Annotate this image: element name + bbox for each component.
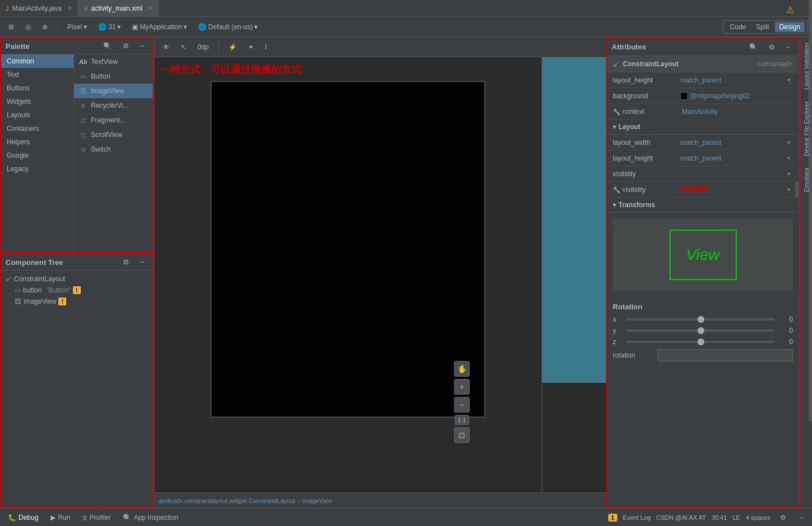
attr-row-layout-height[interactable]: layout_height match_parent ▾	[607, 72, 799, 88]
breadcrumb-path[interactable]: androidx.constraintlayout.widget.Constra…	[159, 497, 295, 504]
canvas-side-preview	[542, 57, 606, 383]
sidebar-layout-validation[interactable]: Layout Validation	[801, 37, 812, 95]
tab-mainactivity-label: MainActivity.java	[12, 4, 62, 12]
palette-item-fragment[interactable]: ◻ Fragment...	[74, 113, 153, 127]
constraintlayout-icon: ↙	[6, 275, 12, 283]
canvas-eye-btn[interactable]: 👁	[159, 42, 173, 53]
palette-item-imageview[interactable]: 🖼 ImageView	[74, 84, 153, 98]
rotation-slider-y[interactable]	[626, 330, 775, 332]
breadcrumb-selected[interactable]: ImageView	[302, 497, 332, 504]
rotation-slider-x[interactable]	[626, 318, 775, 321]
attr-row-context[interactable]: 🔧 context .MainActivity	[607, 104, 799, 120]
palette-item-scrollview[interactable]: ◻ ScrollView	[74, 127, 153, 142]
zoom-hand-btn[interactable]: ✋	[454, 361, 470, 377]
canvas-text-btn[interactable]: I	[261, 42, 270, 53]
device-canvas[interactable]	[210, 81, 485, 418]
tab-mainactivity-close[interactable]: ✕	[67, 5, 72, 11]
attr-dropdown-visibility[interactable]: ▾	[784, 170, 793, 179]
attr-row-background[interactable]: background @mipmap/beijing02	[607, 88, 799, 104]
api-btn[interactable]: 🌐 31 ▾	[94, 21, 125, 33]
attr-row-layout-width[interactable]: layout_width match_parent ▾	[607, 135, 799, 150]
design-mode-btn[interactable]: Design	[775, 22, 805, 32]
rotation-field-input[interactable]	[658, 349, 793, 362]
palette-gear-btn[interactable]: ⚙	[119, 40, 133, 52]
run-btn[interactable]: ▶ Run	[47, 513, 74, 523]
app-btn[interactable]: ▣ MyApplication ▾	[128, 21, 191, 33]
attr-section-transforms[interactable]: ▾ Transforms	[607, 198, 799, 213]
sidebar-emulator[interactable]: Emulator	[801, 162, 812, 198]
palette-cat-containers[interactable]: Containers	[1, 122, 74, 135]
bottom-right: 1 Event Log CSDN @AI AX AT 30:41 LE 4 sp…	[608, 512, 808, 523]
component-tree-close-btn[interactable]: −	[136, 257, 148, 268]
attr-value-layout-height: match_parent	[680, 76, 782, 84]
palette-search-btn[interactable]: 🔍	[99, 40, 116, 52]
sidebar-device-file-explorer[interactable]: Device File Explorer	[801, 95, 812, 162]
tree-item-button[interactable]: ▭ button "Button" !	[10, 285, 153, 296]
attr-dropdown-layout-height2[interactable]: ▾	[784, 154, 793, 163]
zoom-fit-btn[interactable]: ⊡	[454, 427, 470, 443]
profiler-btn[interactable]: ⧖ Profiler	[79, 513, 114, 523]
code-mode-btn[interactable]: Code	[726, 22, 751, 32]
palette-cat-google[interactable]: Google	[1, 149, 74, 162]
rotation-slider-z[interactable]	[626, 341, 775, 343]
palette-item-textview[interactable]: Ab TextView	[74, 54, 153, 69]
bottom-status: CSDN @AI AX AT	[656, 514, 706, 521]
orient-btn[interactable]: ⊞	[4, 21, 18, 33]
event-log-label[interactable]: Event Log	[623, 514, 651, 521]
attr-body: layout_height match_parent ▾ background …	[607, 72, 799, 507]
pixel-btn[interactable]: Pixel ▾	[63, 21, 91, 33]
attr-row-visibility[interactable]: visibility ▾	[607, 166, 799, 182]
tree-item-constraintlayout[interactable]: ↙ ConstraintLayout	[1, 273, 153, 285]
attr-dropdown-layout-width[interactable]: ▾	[784, 138, 793, 147]
split-mode-btn[interactable]: Split	[751, 22, 773, 32]
canvas-cursor-btn[interactable]: ↖	[177, 42, 190, 53]
center-panel: 👁 ↖ 0dp ⚡ ✦ I 一种方式：可以通过拖拽的方式 ✋ + − 1:1	[154, 37, 606, 508]
canvas-offset-btn[interactable]: 0dp	[194, 42, 213, 53]
palette-cat-common[interactable]: Common	[1, 54, 74, 68]
palette-item-fragment-label: Fragment...	[91, 116, 125, 124]
attr-gear-btn[interactable]: ⚙	[765, 42, 779, 53]
canvas-wand-btn[interactable]: ✦	[244, 42, 258, 53]
appinspection-btn[interactable]: 🔍 App Inspection	[120, 513, 181, 523]
locale-btn[interactable]: 🌐 Default (en-us) ▾	[194, 21, 262, 33]
tab-activitymain-close[interactable]: ✕	[148, 5, 153, 11]
attr-close-btn[interactable]: −	[782, 42, 794, 53]
palette-cat-text[interactable]: Text	[1, 68, 74, 81]
breadcrumb-sep: ›	[297, 497, 300, 504]
attr-section-layout[interactable]: ▾ Layout	[607, 120, 799, 135]
snap-btn[interactable]: ⊕	[38, 21, 52, 33]
palette-item-recyclerview[interactable]: ≡ RecyclerVi...	[74, 98, 153, 113]
bottom-minus-btn[interactable]: −	[796, 512, 808, 523]
palette-cat-legacy[interactable]: Legacy	[1, 162, 74, 176]
canvas-area: 一种方式：可以通过拖拽的方式 ✋ + − 1:1 ⊡	[154, 57, 606, 492]
palette-cat-widgets[interactable]: Widgets	[1, 95, 74, 108]
attr-row-layout-height2[interactable]: layout_height match_parent ▾	[607, 150, 799, 166]
tab-mainactivity[interactable]: J MainActivity.java ✕	[0, 0, 78, 16]
component-tree-gear-btn[interactable]: ⚙	[119, 257, 133, 268]
palette-item-button[interactable]: ▭ Button	[74, 69, 153, 84]
palette-close-btn[interactable]: −	[136, 40, 148, 52]
debug-btn[interactable]: 🐛 Debug	[4, 513, 42, 523]
theme-btn[interactable]: ◎	[21, 21, 35, 33]
attr-search-btn[interactable]: 🔍	[745, 42, 761, 53]
zoom-plus-btn[interactable]: +	[454, 379, 470, 395]
bottom-gear-btn[interactable]: ⚙	[776, 512, 790, 523]
tree-item-imageview[interactable]: 🖼 imageView !	[10, 296, 153, 307]
attr-name-layout-height: layout_height	[613, 76, 680, 84]
layout-section-chevron: ▾	[613, 123, 616, 131]
zoom-minus-btn[interactable]: −	[454, 397, 470, 413]
palette-cat-buttons[interactable]: Buttons	[1, 81, 74, 95]
zoom-ratio-label[interactable]: 1:1	[455, 415, 469, 425]
attr-dropdown-visibility2[interactable]: ▾	[784, 185, 793, 194]
palette-item-switch[interactable]: ⊙ Switch	[74, 142, 153, 157]
canvas-magnet-btn[interactable]: ⚡	[224, 42, 241, 53]
attr-row-visibility2[interactable]: 🔧 visibility 控件属性 ▾	[607, 182, 799, 198]
tab-activitymain[interactable]: X activity_main.xml ✕	[78, 0, 159, 16]
palette-cat-layouts[interactable]: Layouts	[1, 108, 74, 122]
palette-body: Common Text Buttons Widgets Layouts Cont…	[1, 54, 153, 252]
attr-dropdown-layout-height[interactable]: ▾	[784, 76, 793, 85]
palette-cat-helpers[interactable]: Helpers	[1, 135, 74, 149]
toolbar-sep1	[57, 21, 58, 33]
view-label: View	[686, 246, 719, 264]
rotation-row-z: z 0	[613, 338, 793, 346]
